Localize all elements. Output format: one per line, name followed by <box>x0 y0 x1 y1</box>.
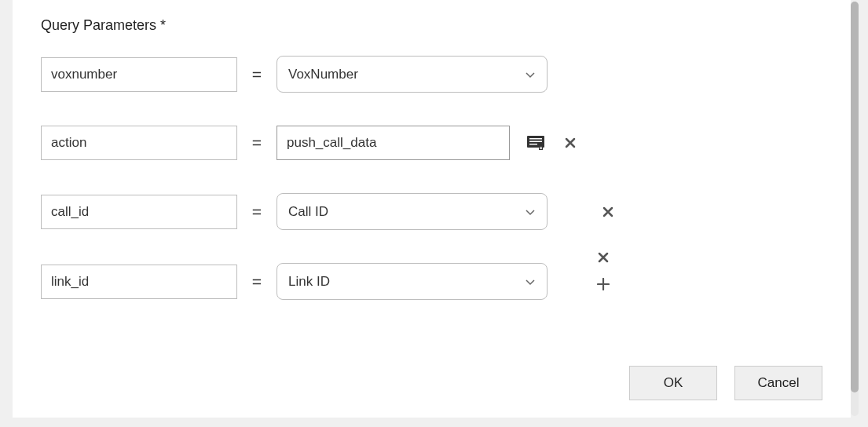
param-row: = VoxNumber <box>41 56 822 93</box>
add-icon[interactable] <box>595 276 612 293</box>
svg-rect-2 <box>529 141 542 143</box>
svg-rect-5 <box>540 147 542 148</box>
param-row: = Call ID <box>41 193 822 230</box>
param-row: = Link ID <box>41 263 822 300</box>
svg-rect-4 <box>539 146 543 150</box>
remove-icon[interactable] <box>595 249 612 266</box>
ok-button[interactable]: OK <box>629 366 717 400</box>
select-value-label: Link ID <box>288 274 330 290</box>
cancel-button[interactable]: Cancel <box>734 366 822 400</box>
remove-icon[interactable] <box>599 203 617 221</box>
dialog-footer: OK Cancel <box>41 342 822 400</box>
param-value-text-input[interactable] <box>277 126 510 160</box>
param-key-input[interactable] <box>41 126 237 160</box>
select-value-label: Call ID <box>288 204 328 220</box>
list-picker-icon[interactable] <box>527 134 544 151</box>
param-value-select[interactable]: VoxNumber <box>277 56 548 93</box>
svg-rect-1 <box>529 138 542 140</box>
svg-rect-3 <box>529 144 537 145</box>
param-value-select[interactable]: Link ID <box>277 263 548 300</box>
equals-sign: = <box>251 203 262 221</box>
param-key-input[interactable] <box>41 57 237 92</box>
equals-sign: = <box>251 65 262 84</box>
remove-icon[interactable] <box>562 134 579 151</box>
query-params-panel: Query Parameters * = VoxNumber = <box>13 0 851 418</box>
vertical-scrollbar[interactable] <box>851 0 859 418</box>
param-key-input[interactable] <box>41 195 237 229</box>
select-value-label: VoxNumber <box>288 67 358 82</box>
equals-sign: = <box>251 272 262 291</box>
equals-sign: = <box>251 133 262 152</box>
param-rows: = VoxNumber = <box>41 56 822 300</box>
param-key-input[interactable] <box>41 265 237 299</box>
svg-rect-6 <box>540 148 542 149</box>
param-row: = <box>41 126 822 160</box>
param-value-select[interactable]: Call ID <box>277 193 548 230</box>
section-title: Query Parameters * <box>41 17 822 34</box>
